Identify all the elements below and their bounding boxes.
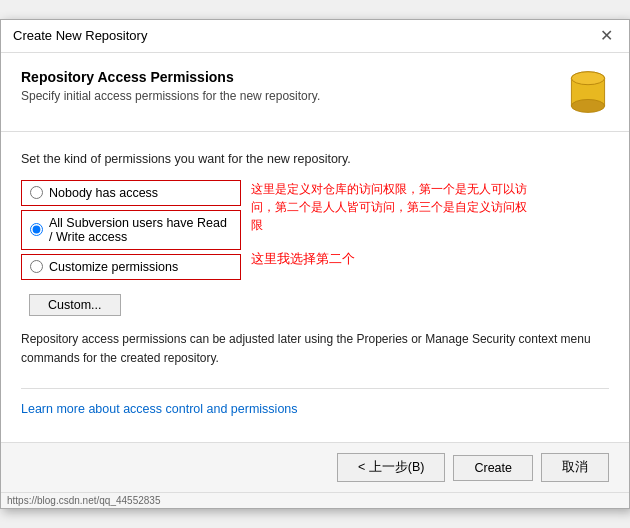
close-button[interactable]: ✕: [596, 28, 617, 44]
header-subtext: Specify initial access permissions for t…: [21, 89, 320, 103]
dialog-window: Create New Repository ✕ Repository Acces…: [0, 19, 630, 509]
svg-point-3: [571, 72, 604, 85]
header-section: Repository Access Permissions Specify in…: [1, 53, 629, 132]
intro-text: Set the kind of permissions you want for…: [21, 152, 609, 166]
footer: < 上一步(B) Create 取消: [1, 442, 629, 492]
option-customize[interactable]: Customize permissions: [21, 254, 241, 280]
options-block: Nobody has access All Subversion users h…: [21, 180, 609, 284]
header-heading: Repository Access Permissions: [21, 69, 320, 85]
label-all-users[interactable]: All Subversion users have Read / Write a…: [49, 216, 232, 244]
info-text: Repository access permissions can be adj…: [21, 330, 609, 368]
label-customize[interactable]: Customize permissions: [49, 260, 178, 274]
radio-customize[interactable]: [30, 260, 43, 273]
url-bar: https://blog.csdn.net/qq_44552835: [1, 492, 629, 508]
radio-all-users[interactable]: [30, 223, 43, 236]
title-bar: Create New Repository ✕: [1, 20, 629, 53]
label-nobody[interactable]: Nobody has access: [49, 186, 158, 200]
radio-nobody[interactable]: [30, 186, 43, 199]
content-area: Set the kind of permissions you want for…: [1, 132, 629, 442]
svg-point-2: [571, 99, 604, 112]
annotation-right: 这里是定义对仓库的访问权限，第一个是无人可以访问，第二个是人人皆可访问，第三个是…: [251, 180, 531, 234]
header-text: Repository Access Permissions Specify in…: [21, 69, 320, 103]
annotation-below: 这里我选择第二个: [251, 250, 355, 268]
option-nobody[interactable]: Nobody has access: [21, 180, 241, 206]
dialog-title: Create New Repository: [13, 28, 147, 43]
learn-more-link[interactable]: Learn more about access control and perm…: [21, 402, 298, 416]
back-button[interactable]: < 上一步(B): [337, 453, 445, 482]
option-all-users[interactable]: All Subversion users have Read / Write a…: [21, 210, 241, 250]
url-text: https://blog.csdn.net/qq_44552835: [7, 495, 160, 506]
cancel-button[interactable]: 取消: [541, 453, 609, 482]
divider: [21, 388, 609, 389]
custom-btn-row: Custom...: [21, 294, 609, 316]
database-icon: [567, 69, 609, 117]
custom-button[interactable]: Custom...: [29, 294, 121, 316]
create-button[interactable]: Create: [453, 455, 533, 481]
